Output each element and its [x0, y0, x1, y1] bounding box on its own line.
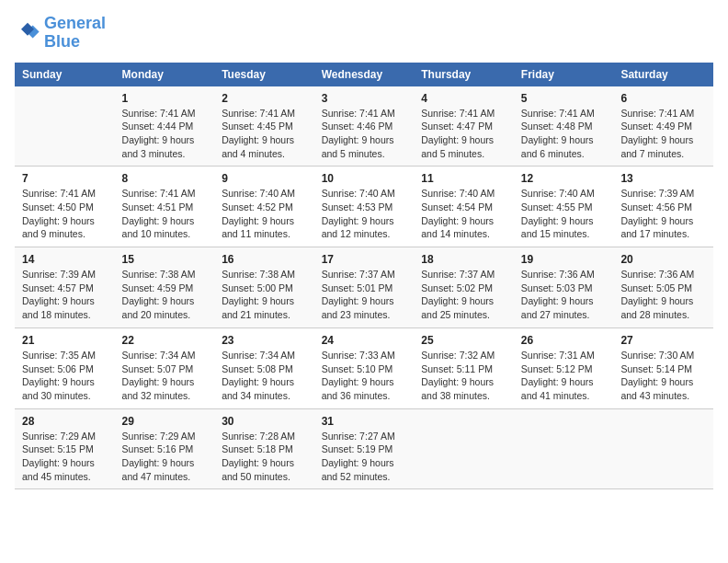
day-info: Sunrise: 7:40 AM Sunset: 4:55 PM Dayligh… — [521, 187, 607, 241]
day-info: Sunrise: 7:41 AM Sunset: 4:46 PM Dayligh… — [322, 107, 407, 161]
calendar-cell — [15, 86, 115, 167]
calendar-table: SundayMondayTuesdayWednesdayThursdayFrid… — [15, 63, 713, 490]
col-header-monday: Monday — [115, 63, 215, 86]
day-info: Sunrise: 7:39 AM Sunset: 4:57 PM Dayligh… — [22, 268, 108, 322]
day-info: Sunrise: 7:41 AM Sunset: 4:44 PM Dayligh… — [122, 107, 208, 161]
day-number: 10 — [322, 172, 407, 185]
calendar-cell: 24Sunrise: 7:33 AM Sunset: 5:10 PM Dayli… — [314, 327, 415, 408]
day-number: 26 — [521, 334, 607, 347]
calendar-week-3: 14Sunrise: 7:39 AM Sunset: 4:57 PM Dayli… — [15, 247, 713, 328]
calendar-cell: 18Sunrise: 7:37 AM Sunset: 5:02 PM Dayli… — [414, 247, 514, 328]
day-info: Sunrise: 7:41 AM Sunset: 4:49 PM Dayligh… — [620, 107, 706, 161]
calendar-cell — [514, 408, 614, 489]
day-info: Sunrise: 7:34 AM Sunset: 5:07 PM Dayligh… — [122, 349, 208, 403]
day-info: Sunrise: 7:32 AM Sunset: 5:11 PM Dayligh… — [421, 349, 506, 403]
day-number: 22 — [122, 334, 208, 347]
day-info: Sunrise: 7:30 AM Sunset: 5:14 PM Dayligh… — [620, 349, 706, 403]
logo: General Blue — [15, 15, 106, 52]
day-number: 31 — [322, 415, 407, 428]
calendar-cell: 29Sunrise: 7:29 AM Sunset: 5:16 PM Dayli… — [115, 408, 215, 489]
day-info: Sunrise: 7:41 AM Sunset: 4:48 PM Dayligh… — [521, 107, 607, 161]
day-info: Sunrise: 7:38 AM Sunset: 5:00 PM Dayligh… — [222, 268, 307, 322]
page-header: General Blue — [15, 15, 713, 52]
calendar-cell: 12Sunrise: 7:40 AM Sunset: 4:55 PM Dayli… — [514, 167, 614, 247]
day-info: Sunrise: 7:29 AM Sunset: 5:15 PM Dayligh… — [22, 430, 108, 484]
calendar-cell: 16Sunrise: 7:38 AM Sunset: 5:00 PM Dayli… — [214, 247, 314, 328]
calendar-cell: 5Sunrise: 7:41 AM Sunset: 4:48 PM Daylig… — [514, 86, 614, 167]
calendar-cell: 9Sunrise: 7:40 AM Sunset: 4:52 PM Daylig… — [214, 167, 314, 247]
calendar-week-5: 28Sunrise: 7:29 AM Sunset: 5:15 PM Dayli… — [15, 408, 713, 489]
day-info: Sunrise: 7:40 AM Sunset: 4:54 PM Dayligh… — [421, 187, 506, 241]
calendar-week-2: 7Sunrise: 7:41 AM Sunset: 4:50 PM Daylig… — [15, 167, 713, 247]
calendar-cell — [414, 408, 514, 489]
logo-icon — [15, 20, 40, 46]
day-info: Sunrise: 7:40 AM Sunset: 4:52 PM Dayligh… — [222, 187, 307, 241]
day-number: 5 — [521, 92, 607, 105]
day-number: 19 — [521, 253, 607, 266]
day-number: 9 — [222, 172, 307, 185]
calendar-cell — [613, 408, 713, 489]
day-number: 7 — [22, 172, 108, 185]
calendar-cell: 14Sunrise: 7:39 AM Sunset: 4:57 PM Dayli… — [15, 247, 115, 328]
day-number: 4 — [421, 92, 506, 105]
calendar-cell: 31Sunrise: 7:27 AM Sunset: 5:19 PM Dayli… — [314, 408, 415, 489]
day-number: 13 — [620, 172, 706, 185]
day-number: 28 — [22, 415, 108, 428]
day-info: Sunrise: 7:40 AM Sunset: 4:53 PM Dayligh… — [322, 187, 407, 241]
col-header-tuesday: Tuesday — [214, 63, 314, 86]
day-info: Sunrise: 7:35 AM Sunset: 5:06 PM Dayligh… — [22, 349, 108, 403]
calendar-week-4: 21Sunrise: 7:35 AM Sunset: 5:06 PM Dayli… — [15, 327, 713, 408]
calendar-cell: 21Sunrise: 7:35 AM Sunset: 5:06 PM Dayli… — [15, 327, 115, 408]
calendar-week-1: 1Sunrise: 7:41 AM Sunset: 4:44 PM Daylig… — [15, 86, 713, 167]
day-info: Sunrise: 7:36 AM Sunset: 5:05 PM Dayligh… — [620, 268, 706, 322]
day-info: Sunrise: 7:41 AM Sunset: 4:47 PM Dayligh… — [421, 107, 506, 161]
calendar-cell: 10Sunrise: 7:40 AM Sunset: 4:53 PM Dayli… — [314, 167, 415, 247]
calendar-cell: 4Sunrise: 7:41 AM Sunset: 4:47 PM Daylig… — [414, 86, 514, 167]
day-number: 30 — [222, 415, 307, 428]
calendar-cell: 15Sunrise: 7:38 AM Sunset: 4:59 PM Dayli… — [115, 247, 215, 328]
calendar-cell: 13Sunrise: 7:39 AM Sunset: 4:56 PM Dayli… — [613, 167, 713, 247]
calendar-cell: 8Sunrise: 7:41 AM Sunset: 4:51 PM Daylig… — [115, 167, 215, 247]
day-number: 20 — [620, 253, 706, 266]
day-number: 2 — [222, 92, 307, 105]
day-number: 16 — [222, 253, 307, 266]
calendar-cell: 2Sunrise: 7:41 AM Sunset: 4:45 PM Daylig… — [214, 86, 314, 167]
day-info: Sunrise: 7:41 AM Sunset: 4:45 PM Dayligh… — [222, 107, 307, 161]
day-number: 14 — [22, 253, 108, 266]
calendar-cell: 17Sunrise: 7:37 AM Sunset: 5:01 PM Dayli… — [314, 247, 415, 328]
calendar-cell: 7Sunrise: 7:41 AM Sunset: 4:50 PM Daylig… — [15, 167, 115, 247]
day-info: Sunrise: 7:28 AM Sunset: 5:18 PM Dayligh… — [222, 430, 307, 484]
calendar-cell: 22Sunrise: 7:34 AM Sunset: 5:07 PM Dayli… — [115, 327, 215, 408]
calendar-cell: 28Sunrise: 7:29 AM Sunset: 5:15 PM Dayli… — [15, 408, 115, 489]
calendar-cell: 25Sunrise: 7:32 AM Sunset: 5:11 PM Dayli… — [414, 327, 514, 408]
day-info: Sunrise: 7:31 AM Sunset: 5:12 PM Dayligh… — [521, 349, 607, 403]
calendar-cell: 23Sunrise: 7:34 AM Sunset: 5:08 PM Dayli… — [214, 327, 314, 408]
day-info: Sunrise: 7:36 AM Sunset: 5:03 PM Dayligh… — [521, 268, 607, 322]
day-number: 21 — [22, 334, 108, 347]
day-number: 24 — [322, 334, 407, 347]
day-number: 8 — [122, 172, 208, 185]
col-header-wednesday: Wednesday — [314, 63, 415, 86]
day-info: Sunrise: 7:34 AM Sunset: 5:08 PM Dayligh… — [222, 349, 307, 403]
day-info: Sunrise: 7:41 AM Sunset: 4:51 PM Dayligh… — [122, 187, 208, 241]
col-header-sunday: Sunday — [15, 63, 115, 86]
day-info: Sunrise: 7:29 AM Sunset: 5:16 PM Dayligh… — [122, 430, 208, 484]
calendar-cell: 6Sunrise: 7:41 AM Sunset: 4:49 PM Daylig… — [613, 86, 713, 167]
col-header-friday: Friday — [514, 63, 614, 86]
calendar-cell: 11Sunrise: 7:40 AM Sunset: 4:54 PM Dayli… — [414, 167, 514, 247]
day-info: Sunrise: 7:37 AM Sunset: 5:02 PM Dayligh… — [421, 268, 506, 322]
day-number: 11 — [421, 172, 506, 185]
calendar-cell: 26Sunrise: 7:31 AM Sunset: 5:12 PM Dayli… — [514, 327, 614, 408]
col-header-saturday: Saturday — [613, 63, 713, 86]
day-number: 6 — [620, 92, 706, 105]
day-number: 18 — [421, 253, 506, 266]
day-info: Sunrise: 7:33 AM Sunset: 5:10 PM Dayligh… — [322, 349, 407, 403]
day-number: 23 — [222, 334, 307, 347]
day-number: 1 — [122, 92, 208, 105]
day-number: 27 — [620, 334, 706, 347]
day-info: Sunrise: 7:38 AM Sunset: 4:59 PM Dayligh… — [122, 268, 208, 322]
day-number: 12 — [521, 172, 607, 185]
day-info: Sunrise: 7:37 AM Sunset: 5:01 PM Dayligh… — [322, 268, 407, 322]
day-number: 17 — [322, 253, 407, 266]
day-number: 25 — [421, 334, 506, 347]
